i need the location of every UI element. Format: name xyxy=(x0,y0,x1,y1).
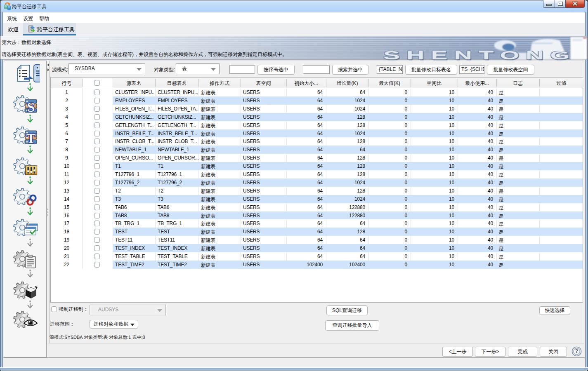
svg-text:T: T xyxy=(26,131,35,145)
svg-text:S: S xyxy=(27,99,35,113)
svg-text:?: ? xyxy=(575,348,578,355)
